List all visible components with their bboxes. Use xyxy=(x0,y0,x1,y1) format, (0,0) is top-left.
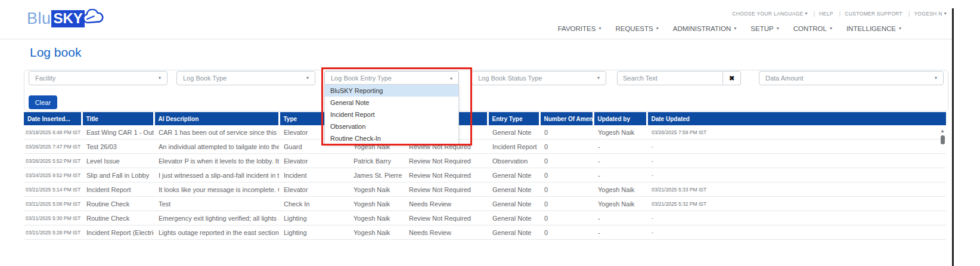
table-row[interactable]: 03/21/2025 5:28 PM IST Incident Report (… xyxy=(24,225,946,240)
col-updated-by[interactable]: Updated by xyxy=(593,112,647,125)
col-ai-description[interactable]: AI Description xyxy=(154,112,279,125)
table-row[interactable]: 03/21/2025 5:08 PM IST Routine Check Tes… xyxy=(24,197,946,211)
table-row[interactable]: 03/21/2025 5:30 PM IST Routine Check Eme… xyxy=(24,211,946,225)
nav-requests[interactable]: REQUESTS ▾ xyxy=(615,25,658,32)
chevron-down-icon: ▾ xyxy=(830,26,832,31)
chevron-down-icon: ▾ xyxy=(935,76,937,81)
table-row[interactable]: 03/21/2025 5:14 PM IST Incident Report I… xyxy=(24,183,946,197)
col-date-inserted[interactable]: Date Inserted... xyxy=(24,112,82,125)
chevron-down-icon: ▾ xyxy=(306,76,309,81)
table-scrollbar-thumb[interactable] xyxy=(941,135,945,144)
blusky-logo[interactable]: BluSKY xyxy=(27,8,105,29)
clear-button[interactable]: Clear xyxy=(29,95,57,109)
col-title[interactable]: Title xyxy=(82,112,154,125)
chevron-up-icon: ▴ xyxy=(450,76,452,81)
chevron-down-icon: ▾ xyxy=(597,76,600,81)
table-row[interactable]: 03/26/2025 7:47 PM IST Test 26/03 An ind… xyxy=(24,140,946,154)
col-entry-type[interactable]: Entry Type xyxy=(488,112,539,125)
chevron-down-icon: ▾ xyxy=(805,11,808,16)
chevron-down-icon: ▾ xyxy=(598,26,601,31)
table-header-row: Date Inserted... Title AI Description Ty… xyxy=(24,112,946,125)
data-amount-select[interactable]: Data Amount ▾ xyxy=(759,71,944,85)
chevron-down-icon: ▾ xyxy=(899,26,901,31)
log-book-entry-type-select[interactable]: Log Book Entry Type ▴ xyxy=(324,71,459,85)
dropdown-option-general-note[interactable]: General Note xyxy=(325,97,458,109)
app-window: BluSKY CHOOSE YOUR LANGUAGE ▾ HELP CUSTO… xyxy=(0,0,980,266)
nav-control[interactable]: CONTROL ▾ xyxy=(793,25,832,32)
search-group: ✖ xyxy=(617,71,741,85)
chevron-down-icon: ▾ xyxy=(777,26,779,31)
nav-setup[interactable]: SETUP ▾ xyxy=(750,25,779,32)
nav-administration[interactable]: ADMINISTRATION ▾ xyxy=(673,25,737,32)
chevron-down-icon: ▾ xyxy=(734,26,736,31)
user-menu[interactable]: YOGESH N ▾ xyxy=(914,11,947,17)
dropdown-option-incident-report[interactable]: Incident Report xyxy=(325,109,458,120)
chevron-down-icon: ▾ xyxy=(656,26,659,31)
close-icon: ✖ xyxy=(729,75,734,82)
main-nav: FAVORITES ▾ REQUESTS ▾ ADMINISTRATION ▾ … xyxy=(558,25,901,32)
customer-support-link[interactable]: CUSTOMER SUPPORT xyxy=(845,11,910,17)
col-number-of-amendments[interactable]: Number Of Amendments xyxy=(539,112,593,125)
facility-select[interactable]: Facility ▾ xyxy=(29,71,168,85)
help-link[interactable]: HELP xyxy=(819,11,841,17)
table-row[interactable]: 03/18/2025 6:48 PM IST East Wing CAR 1 -… xyxy=(24,125,946,140)
utility-nav: CHOOSE YOUR LANGUAGE ▾ HELP CUSTOMER SUP… xyxy=(732,11,947,17)
language-menu[interactable]: CHOOSE YOUR LANGUAGE ▾ xyxy=(732,11,815,17)
nav-favorites[interactable]: FAVORITES ▾ xyxy=(558,25,601,32)
logo-text-sky: SKY xyxy=(51,10,85,27)
col-date-updated[interactable]: Date Updated xyxy=(647,112,946,125)
dropdown-option-observation[interactable]: Observation xyxy=(325,120,458,132)
search-clear-button[interactable]: ✖ xyxy=(723,71,741,85)
scroll-up-icon[interactable]: ▲ xyxy=(939,128,945,134)
entry-type-dropdown-list: BluSKY Reporting General Note Incident R… xyxy=(324,84,459,145)
dropdown-option-blusky-reporting[interactable]: BluSKY Reporting xyxy=(325,85,458,97)
dropdown-option-routine-check-in[interactable]: Routine Check-In xyxy=(325,132,458,144)
header-divider xyxy=(0,39,952,39)
logo-text-blu: Blu xyxy=(27,10,51,28)
table-row[interactable]: 03/24/2025 9:52 PM IST Slip and Fall in … xyxy=(24,168,946,183)
chevron-down-icon: ▾ xyxy=(159,76,161,81)
window-edge xyxy=(952,8,954,266)
log-book-type-select[interactable]: Log Book Type ▾ xyxy=(176,71,315,85)
nav-intelligence[interactable]: INTELLIGENCE ▾ xyxy=(846,25,901,32)
search-input[interactable] xyxy=(617,71,723,85)
log-book-table: Date Inserted... Title AI Description Ty… xyxy=(24,112,946,240)
table-row[interactable]: 03/26/2025 5:52 PM IST Level Issue Eleva… xyxy=(24,154,946,168)
chevron-down-icon: ▾ xyxy=(944,11,947,16)
page-title: Log book xyxy=(30,45,81,60)
cloud-logo-icon xyxy=(82,9,105,28)
log-book-status-type-select[interactable]: Log Book Status Type ▾ xyxy=(472,71,606,85)
